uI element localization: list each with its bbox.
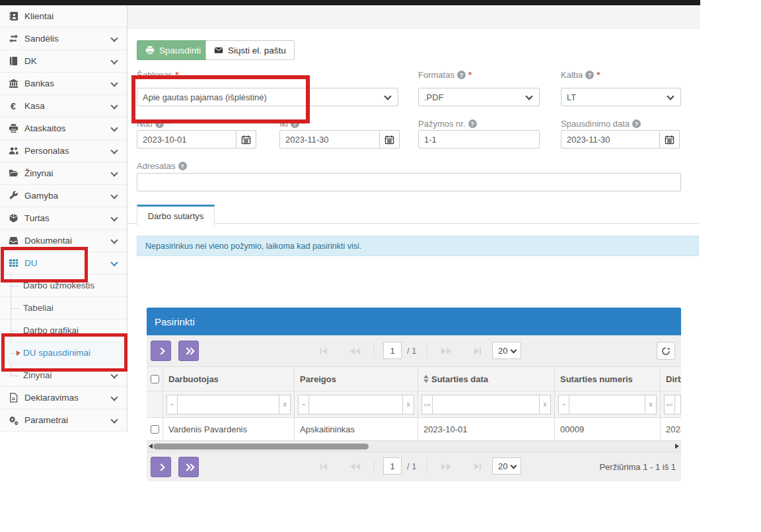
select-row-button[interactable] xyxy=(151,457,171,477)
users-icon xyxy=(8,146,18,156)
sidebar-item-ataskaitos[interactable]: Ataskaitos xyxy=(0,117,127,140)
sidebar-item-personalas[interactable]: Personalas xyxy=(0,140,127,162)
sidebar-item-du[interactable]: DU xyxy=(0,252,127,275)
column-header-darbuotojas[interactable]: Darbuotojas xyxy=(163,367,295,391)
spausdinimo-data-input[interactable] xyxy=(561,130,660,149)
iki-date-input[interactable] xyxy=(279,130,380,149)
submenu-item-zinynai[interactable]: Žinynai xyxy=(0,364,127,387)
send-email-button[interactable]: Siųsti el. paštu xyxy=(205,40,295,60)
scrollbar-thumb[interactable] xyxy=(153,444,369,449)
page-number-input[interactable] xyxy=(383,342,402,359)
book-icon xyxy=(8,56,18,67)
help-icon[interactable]: ? xyxy=(632,119,641,128)
scroll-right-arrow[interactable] xyxy=(675,444,679,449)
filter-input-sutarties-numeris[interactable] xyxy=(569,395,645,415)
page-size-select[interactable]: 20 xyxy=(492,457,521,475)
page-number-input[interactable] xyxy=(383,457,402,475)
sablonas-label: Šablonas* xyxy=(137,70,178,80)
submenu-item-tabeliai[interactable]: Tabeliai xyxy=(0,297,127,319)
chevron-down-icon xyxy=(110,57,118,64)
filter-clear-button[interactable]: x xyxy=(403,395,414,415)
prev-page-button[interactable] xyxy=(344,343,366,359)
sidebar-item-dokumentai[interactable]: Dokumentai xyxy=(0,230,127,252)
prev-page-button[interactable] xyxy=(344,459,366,475)
sidebar-item-deklaravimas[interactable]: Deklaravimas xyxy=(0,387,127,409)
sidebar-item-turtas[interactable]: Turtas xyxy=(0,207,127,230)
filter-op-button[interactable]: == xyxy=(421,395,433,415)
submenu-item-darbo-grafikai[interactable]: Darbo grafikai xyxy=(0,319,127,342)
filter-input-sutarties-data[interactable] xyxy=(433,395,540,415)
filter-op-button[interactable]: ~ xyxy=(558,395,569,415)
first-page-button[interactable] xyxy=(312,343,335,359)
sidebar-item-zinynai[interactable]: Žinynai xyxy=(0,162,127,185)
last-page-button[interactable] xyxy=(466,459,489,475)
nuo-date-input[interactable] xyxy=(137,130,236,149)
sablonas-select[interactable]: Apie gautas pajamas (išplėstinė) xyxy=(137,88,398,106)
spausdinimo-data-calendar-button[interactable] xyxy=(660,130,680,149)
column-header-sutarties-data[interactable]: Sutarties data xyxy=(418,367,555,391)
table-row[interactable]: Vardenis Pavardenis Apskaitininkas 2023-… xyxy=(147,418,681,441)
sidebar-item-klientai[interactable]: Klientai xyxy=(0,5,127,28)
filter-clear-button[interactable]: x xyxy=(645,395,657,415)
filter-clear-button[interactable]: x xyxy=(540,395,551,415)
scroll-left-arrow[interactable] xyxy=(149,444,153,449)
spausdinimo-data-label: Spausdinimo data? xyxy=(561,119,641,129)
sidebar-item-parametrai[interactable]: Parametrai xyxy=(0,409,127,432)
active-triangle-icon xyxy=(17,350,20,356)
horizontal-scrollbar[interactable] xyxy=(147,441,681,452)
refresh-button[interactable] xyxy=(657,342,675,360)
select-all-button[interactable] xyxy=(178,457,199,477)
last-page-button[interactable] xyxy=(466,343,489,359)
pazymos-nr-input[interactable] xyxy=(418,130,540,149)
help-icon[interactable]: ? xyxy=(585,71,594,79)
page-size-select[interactable]: 20 xyxy=(492,342,521,359)
help-icon[interactable]: ? xyxy=(468,119,477,128)
filter-op-button[interactable]: ~ xyxy=(298,395,309,415)
column-header-sutarties-numeris[interactable]: Sutarties numeris xyxy=(555,367,661,391)
tab-darbo-sutartys[interactable]: Darbo sutartys xyxy=(137,205,215,226)
column-header-dirba[interactable]: Dirba xyxy=(661,367,681,391)
filter-clear-button[interactable]: x xyxy=(279,395,291,415)
sidebar-item-label: Bankas xyxy=(24,79,54,88)
submenu-item-darbo-uzmokestis[interactable]: Darbo užmokestis xyxy=(0,275,127,297)
sidebar-item-gamyba[interactable]: Gamyba xyxy=(0,185,127,207)
filter-op-button[interactable]: ~ xyxy=(166,395,178,415)
next-page-button[interactable] xyxy=(435,459,457,475)
sidebar-item-sandelis[interactable]: Sandėlis xyxy=(0,28,127,50)
info-alert-text: Nepasirinkus nei vieno požymio, laikoma … xyxy=(145,242,361,251)
filter-op-button[interactable]: == xyxy=(664,395,675,415)
nuo-calendar-button[interactable] xyxy=(236,130,256,149)
help-icon[interactable]: ? xyxy=(178,162,187,170)
folder-open-icon xyxy=(8,168,18,179)
help-icon[interactable]: ? xyxy=(457,71,466,79)
iki-calendar-button[interactable] xyxy=(380,130,400,149)
row-checkbox[interactable] xyxy=(151,425,159,434)
filter-input-darbuotojas[interactable] xyxy=(178,395,279,415)
filter-input-pareigos[interactable] xyxy=(309,395,403,415)
submenu-item-du-spausdinimai[interactable]: DU spausdinimai xyxy=(0,342,127,364)
main-content: Spausdinti Siųsti el. paštu Šablonas* Ap… xyxy=(127,29,700,532)
help-icon[interactable]: ? xyxy=(155,119,164,128)
adresatas-input[interactable] xyxy=(137,173,681,191)
select-all-checkbox[interactable] xyxy=(151,375,159,383)
calendar-icon xyxy=(665,135,674,145)
next-page-button[interactable] xyxy=(435,343,457,359)
select-all-button[interactable] xyxy=(178,341,199,361)
print-button[interactable]: Spausdinti xyxy=(137,40,209,60)
bank-icon xyxy=(8,79,18,89)
sidebar-item-bankas[interactable]: Bankas xyxy=(0,73,127,95)
chevron-down-icon xyxy=(110,259,118,266)
formatas-select[interactable]: .PDF xyxy=(418,88,540,106)
kalba-select[interactable]: LT xyxy=(561,88,681,106)
required-mark: * xyxy=(302,119,305,129)
page-size-value: 20 xyxy=(498,346,507,356)
select-row-button[interactable] xyxy=(151,341,171,361)
filter-input-dirba[interactable] xyxy=(675,395,681,415)
first-page-button[interactable] xyxy=(312,459,335,475)
sidebar-item-dk[interactable]: DK xyxy=(0,50,127,73)
chevron-down-icon xyxy=(110,79,118,86)
sidebar-item-label: Personalas xyxy=(24,146,69,156)
column-header-pareigos[interactable]: Pareigos xyxy=(295,367,418,391)
help-icon[interactable]: ? xyxy=(291,119,299,128)
sidebar-item-kasa[interactable]: € Kasa xyxy=(0,95,127,117)
